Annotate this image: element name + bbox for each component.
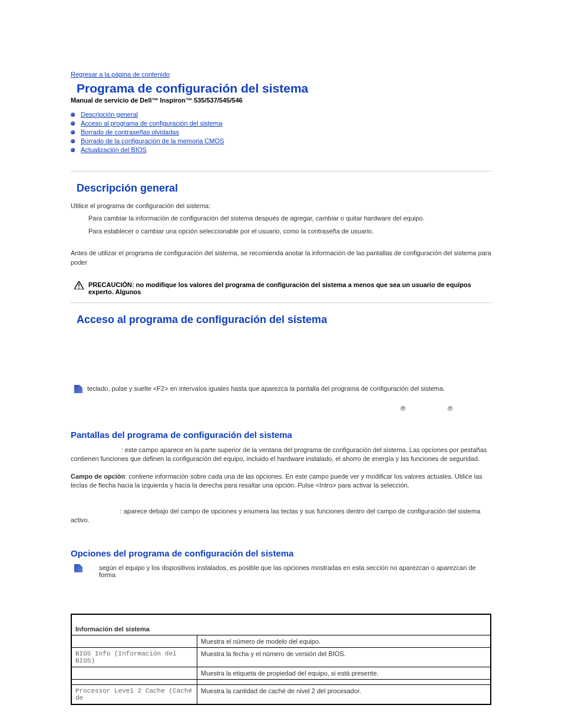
page-title: Programa de configuración del sistema	[77, 81, 491, 95]
bullet-icon	[71, 130, 75, 134]
paragraph: Campo de opción: contiene información so…	[71, 472, 491, 490]
warning-triangle-icon	[74, 281, 84, 289]
subsection-heading-options: Opciones del programa de configuración d…	[71, 548, 491, 558]
table-header-cell: Información del sistema	[71, 614, 491, 635]
toc-item: Descripción general	[71, 111, 491, 118]
list-item: Para cambiar la información de configura…	[88, 214, 491, 223]
toc-link[interactable]: Descripción general	[81, 111, 138, 118]
paragraph: Antes de utilizar el programa de configu…	[71, 249, 491, 267]
bullet-icon	[71, 113, 75, 117]
divider	[71, 302, 491, 303]
note-icon	[74, 385, 82, 393]
bullet-icon	[71, 139, 75, 143]
table-cell: Muestra la fecha y el número de versión …	[197, 648, 491, 667]
note-block: según el equipo y los dispositivos insta…	[71, 564, 491, 578]
svg-point-2	[78, 288, 80, 289]
toc-item: Acceso al programa de configuración del …	[71, 120, 491, 127]
toc-link[interactable]: Borrado de contraseñas olvidadas	[81, 129, 179, 136]
toc-item: Borrado de la configuración de la memori…	[71, 137, 491, 144]
caution-text: PRECAUCIÓN: no modifique los valores del…	[88, 281, 491, 295]
table-row: BIOS Info (Información del BIOS) Muestra…	[71, 648, 491, 667]
note-text: teclado, pulse y suelte <F2> en interval…	[87, 385, 445, 392]
table-cell: BIOS Info (Información del BIOS)	[71, 648, 197, 667]
table-cell	[71, 667, 197, 680]
bullet-icon	[71, 121, 75, 126]
toc-link[interactable]: Acceso al programa de configuración del …	[81, 120, 222, 127]
table-row: Muestra el número de modelo del equipo.	[71, 635, 491, 648]
table-row	[71, 680, 491, 685]
table-row: Muestra la etiqueta de propiedad del equ…	[71, 667, 491, 680]
bullet-icon	[71, 148, 75, 152]
system-info-table: Información del sistema Muestra el númer…	[71, 614, 491, 705]
note-text: según el equipo y los dispositivos insta…	[99, 564, 491, 578]
paragraph: Utilice el programa de configuración del…	[71, 202, 491, 210]
back-link-anchor[interactable]: Regresar a la página de contenido	[71, 71, 170, 78]
section-heading-overview: Descripción general	[77, 182, 491, 195]
subtitle: Manual de servicio de Dell™ Inspiron™ 53…	[71, 97, 491, 104]
table-row: Processor Level 2 Cache (Caché de Muestr…	[71, 685, 491, 705]
section-heading-access: Acceso al programa de configuración del …	[77, 314, 491, 326]
registered-icon: ®	[401, 405, 405, 412]
back-link[interactable]: Regresar a la página de contenido	[71, 71, 491, 78]
list-item: Para establecer o cambiar una opción sel…	[88, 227, 491, 236]
table-cell: Muestra la etiqueta de propiedad del equ…	[197, 667, 491, 680]
registered-symbols-row: ® ®	[71, 405, 491, 412]
toc-item: Actualización del BIOS	[71, 146, 491, 153]
table-cell: Processor Level 2 Cache (Caché de	[71, 685, 197, 705]
subsection-heading-screens: Pantallas del programa de configuración …	[71, 430, 491, 440]
table-cell: Muestra la cantidad de caché de nivel 2 …	[197, 685, 491, 705]
table-cell	[197, 680, 491, 685]
registered-icon: ®	[448, 405, 452, 412]
paragraph: Lista de opciones: este campo aparece en…	[71, 446, 491, 464]
note-block: teclado, pulse y suelte <F2> en interval…	[71, 385, 491, 393]
toc-link[interactable]: Actualización del BIOS	[81, 146, 147, 153]
note-icon	[74, 564, 82, 572]
toc-list: Descripción general Acceso al programa d…	[71, 111, 491, 153]
table-cell	[71, 680, 197, 685]
table-header-row: Información del sistema	[71, 614, 491, 635]
caution-block: PRECAUCIÓN: no modifique los valores del…	[71, 281, 491, 295]
toc-item: Borrado de contraseñas olvidadas	[71, 129, 491, 136]
divider	[71, 171, 491, 172]
toc-link[interactable]: Borrado de la configuración de la memori…	[81, 137, 224, 144]
paragraph: Campo de ayuda: aparece debajo del campo…	[71, 507, 491, 525]
table-cell	[71, 635, 197, 648]
table-cell: Muestra el número de modelo del equipo.	[197, 635, 491, 648]
